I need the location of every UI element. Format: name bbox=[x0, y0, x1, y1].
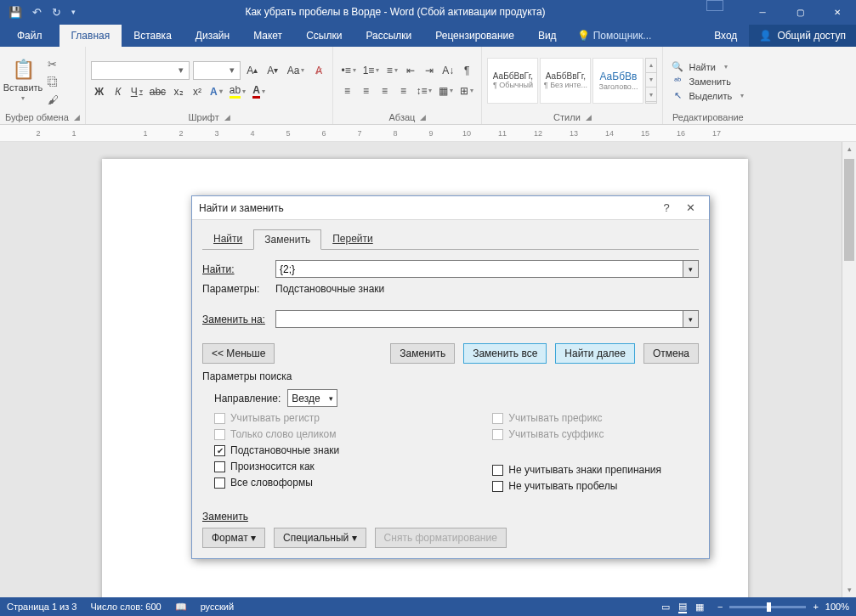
scroll-thumb[interactable] bbox=[844, 159, 854, 261]
change-case-icon[interactable]: Aa▾ bbox=[285, 62, 308, 79]
tab-file[interactable]: Файл bbox=[0, 25, 60, 47]
font-size-combo[interactable]: ▾ bbox=[193, 61, 241, 80]
multilevel-icon[interactable]: ≡▾ bbox=[383, 62, 400, 79]
highlight-icon[interactable]: ab▾ bbox=[227, 83, 248, 100]
zoom-level[interactable]: 100% bbox=[825, 602, 849, 612]
outdent-icon[interactable]: ⇤ bbox=[402, 62, 419, 79]
shrink-font-icon[interactable]: A▾ bbox=[264, 62, 281, 79]
redo-icon[interactable]: ↻ bbox=[52, 6, 61, 19]
maximize-button[interactable]: ▢ bbox=[781, 0, 819, 24]
grow-font-icon[interactable]: A▴ bbox=[244, 62, 261, 79]
format-button[interactable]: Формат ▾ bbox=[202, 528, 265, 548]
zoom-out-button[interactable]: − bbox=[717, 602, 723, 612]
sounds-like-checkbox[interactable]: Произносится как bbox=[214, 461, 339, 472]
tab-view[interactable]: Вид bbox=[526, 25, 569, 47]
bold-button[interactable]: Ж bbox=[91, 83, 108, 100]
qat-customize-icon[interactable]: ▾ bbox=[71, 8, 76, 16]
borders-icon[interactable]: ⊞▾ bbox=[457, 82, 476, 99]
find-history-dropdown[interactable]: ▾ bbox=[683, 260, 699, 278]
vertical-scrollbar[interactable]: ▴ ▾ bbox=[842, 142, 856, 597]
text-effects-icon[interactable]: A▾ bbox=[207, 83, 225, 100]
font-color-icon[interactable]: A▾ bbox=[250, 83, 268, 100]
replace-all-button[interactable]: Заменить все bbox=[463, 343, 547, 364]
web-layout-icon[interactable]: ▦ bbox=[695, 602, 704, 613]
style-nospace[interactable]: АаБбВвГг,¶ Без инте... bbox=[540, 58, 591, 104]
cancel-button[interactable]: Отмена bbox=[643, 343, 699, 364]
zoom-in-button[interactable]: + bbox=[813, 602, 818, 612]
align-left-icon[interactable]: ≡ bbox=[338, 82, 355, 99]
replace-button[interactable]: ᵃᵇЗаменить bbox=[668, 75, 747, 88]
ignore-punct-checkbox[interactable]: Не учитывать знаки препинания bbox=[492, 464, 661, 476]
print-layout-icon[interactable]: ▤ bbox=[678, 601, 687, 613]
bullets-icon[interactable]: •≡▾ bbox=[338, 62, 358, 79]
dialog-tab-find[interactable]: Найти bbox=[202, 229, 253, 249]
style-normal[interactable]: АаБбВвГг,¶ Обычный bbox=[487, 58, 538, 104]
italic-button[interactable]: К bbox=[110, 83, 127, 100]
find-input[interactable] bbox=[275, 260, 683, 278]
save-icon[interactable]: 💾 bbox=[9, 6, 22, 19]
ignore-space-checkbox[interactable]: Не учитывать пробелы bbox=[492, 480, 661, 492]
tab-insert[interactable]: Вставка bbox=[122, 25, 184, 47]
tab-review[interactable]: Рецензирование bbox=[423, 25, 526, 47]
launcher-icon[interactable]: ◢ bbox=[74, 113, 80, 122]
superscript-button[interactable]: x² bbox=[189, 83, 206, 100]
scroll-up-icon[interactable]: ▴ bbox=[842, 142, 856, 156]
tab-mailings[interactable]: Рассылки bbox=[354, 25, 423, 47]
replace-history-dropdown[interactable]: ▾ bbox=[683, 310, 699, 328]
align-right-icon[interactable]: ≡ bbox=[376, 82, 393, 99]
font-name-combo[interactable]: ▾ bbox=[91, 61, 190, 80]
styles-scroll[interactable]: ▴▾▾ bbox=[645, 58, 657, 104]
select-button[interactable]: ↖Выделить▾ bbox=[668, 89, 747, 102]
tab-home[interactable]: Главная bbox=[60, 25, 122, 47]
read-mode-icon[interactable]: ▭ bbox=[661, 602, 670, 613]
cut-icon[interactable]: ✂ bbox=[48, 58, 59, 71]
indent-icon[interactable]: ⇥ bbox=[421, 62, 438, 79]
dialog-tab-replace[interactable]: Заменить bbox=[253, 229, 321, 250]
share-button[interactable]: 👤Общий доступ bbox=[749, 25, 856, 47]
scroll-down-icon[interactable]: ▾ bbox=[842, 583, 856, 597]
horizontal-ruler[interactable]: 211234567891011121314151617 bbox=[0, 125, 856, 142]
align-center-icon[interactable]: ≡ bbox=[357, 82, 374, 99]
ribbon-display-icon[interactable] bbox=[706, 0, 723, 11]
numbering-icon[interactable]: 1≡▾ bbox=[360, 62, 383, 79]
pilcrow-icon[interactable]: ¶ bbox=[458, 62, 475, 79]
spellcheck-icon[interactable]: 📖 bbox=[175, 602, 187, 613]
dialog-close-button[interactable]: ✕ bbox=[678, 201, 702, 214]
less-button[interactable]: << Меньше bbox=[202, 343, 275, 364]
replace-input[interactable] bbox=[275, 310, 683, 328]
status-words[interactable]: Число слов: 600 bbox=[90, 602, 161, 612]
tab-references[interactable]: Ссылки bbox=[294, 25, 354, 47]
clear-format-icon[interactable]: A̷ bbox=[310, 62, 327, 79]
shading-icon[interactable]: ▦▾ bbox=[436, 82, 456, 99]
find-next-button[interactable]: Найти далее bbox=[555, 343, 635, 364]
format-painter-icon[interactable]: 🖌 bbox=[48, 93, 59, 106]
direction-select[interactable]: Везде▾ bbox=[287, 389, 337, 407]
paste-button[interactable]: 📋 Вставить ▾ bbox=[5, 59, 41, 102]
strike-button[interactable]: abc bbox=[147, 83, 168, 100]
tell-me[interactable]: 💡Помощник... bbox=[569, 25, 660, 47]
subscript-button[interactable]: x₂ bbox=[170, 83, 187, 100]
tab-layout[interactable]: Макет bbox=[241, 25, 294, 47]
dialog-tab-goto[interactable]: Перейти bbox=[321, 229, 384, 249]
undo-icon[interactable]: ↶ bbox=[32, 6, 42, 19]
status-page[interactable]: Страница 1 из 3 bbox=[7, 602, 77, 612]
minimize-button[interactable]: ─ bbox=[744, 0, 781, 24]
line-spacing-icon[interactable]: ↕≡▾ bbox=[413, 82, 434, 99]
justify-icon[interactable]: ≡ bbox=[394, 82, 411, 99]
underline-button[interactable]: Ч▾ bbox=[128, 83, 145, 100]
tab-design[interactable]: Дизайн bbox=[184, 25, 241, 47]
launcher-icon[interactable]: ◢ bbox=[224, 113, 230, 122]
launcher-icon[interactable]: ◢ bbox=[420, 113, 426, 122]
style-heading[interactable]: АаБбВвЗаголово... bbox=[592, 58, 643, 104]
dialog-help-button[interactable]: ? bbox=[655, 201, 678, 214]
close-button[interactable]: ✕ bbox=[819, 0, 856, 24]
special-button[interactable]: Специальный ▾ bbox=[274, 528, 366, 548]
zoom-slider[interactable] bbox=[729, 606, 806, 608]
replace-one-button[interactable]: Заменить bbox=[390, 343, 455, 364]
signin-button[interactable]: Вход bbox=[702, 25, 749, 47]
sort-icon[interactable]: A↓ bbox=[439, 62, 456, 79]
copy-icon[interactable]: ⿻ bbox=[48, 76, 59, 88]
word-forms-checkbox[interactable]: Все словоформы bbox=[214, 477, 339, 489]
launcher-icon[interactable]: ◢ bbox=[586, 113, 592, 122]
status-language[interactable]: русский bbox=[201, 602, 234, 612]
